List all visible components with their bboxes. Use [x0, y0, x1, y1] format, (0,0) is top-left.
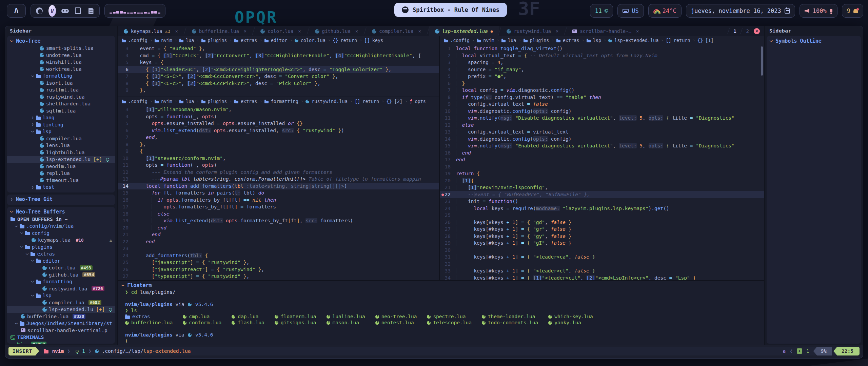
code-line[interactable]: ●22 --event = { "BufReadPre", "BufNewFil… — [440, 191, 764, 198]
tab-compiler.lua[interactable]: compiler.lua× — [366, 26, 427, 36]
breadcrumb-item[interactable]: .config — [128, 38, 147, 43]
tree-item-worktree.lua[interactable]: worktree.lua — [7, 66, 115, 73]
code-line[interactable]: 13 ---@param tbl table<string, conform.F… — [118, 176, 439, 183]
breadcrumb-item[interactable]: formatting — [271, 99, 298, 104]
code-line[interactable]: 21 end — [118, 231, 439, 238]
code-line[interactable]: 23 init = function() — [440, 198, 764, 205]
tree-item-lens.lua[interactable]: lens.lua — [7, 142, 115, 149]
code-line[interactable]: 12 else — [440, 122, 764, 129]
firefox-icon[interactable] — [36, 7, 43, 15]
tree-item-isort.lua[interactable]: isort.lua — [7, 80, 115, 87]
tree-item-rustywind.lua[interactable]: rustywind.lua — [7, 94, 115, 101]
tree-item-formatting[interactable]: ❯formatting — [7, 73, 115, 80]
code-line[interactable]: 24 add_formatters(tbl: { — [118, 252, 439, 259]
code-line[interactable]: 7 local config = vim.diagnostic.config() — [440, 87, 764, 94]
breadcrumb-item[interactable]: plugins — [208, 38, 227, 43]
tree-item-OPEN BUFFERS in ~[interactable]: OPEN BUFFERS in ~ — [7, 216, 115, 223]
tab-bufferline.lua[interactable]: bufferline.lua× — [186, 26, 253, 36]
listing-item-telescope.lua[interactable]: telescope.lua — [427, 320, 472, 326]
code-line[interactable]: 19 vim.list_extend(dst: opts.formatters_… — [118, 217, 439, 224]
listing-item-which-key.lua[interactable]: which-key.lua — [548, 313, 593, 320]
code-line[interactable]: 33 keys[#keys + 1] = { "<leader>cl", fal… — [440, 267, 764, 274]
breadcrumb-item[interactable]: lua — [186, 38, 194, 43]
code-line[interactable]: 27 keys[#keys + 1] = { "gr", false } — [440, 226, 764, 233]
breadcrumb-item[interactable]: opts — [415, 99, 426, 104]
code-line[interactable]: 20 end — [118, 224, 439, 231]
listing-item-gitsigns.lua[interactable]: gitsigns.lua — [275, 320, 316, 326]
code-line[interactable]: 19return { — [440, 170, 764, 177]
breadcrumb-item[interactable]: lsp — [593, 38, 601, 43]
tree-item-undotree.lua[interactable]: undotree.lua — [7, 52, 115, 59]
breadcrumb-item[interactable]: lua — [508, 38, 516, 43]
code-line[interactable]: 7 { [1]"<S-C>", [2]"<cmd>CccConvert<cr>"… — [118, 73, 439, 80]
code-line[interactable]: 1local function toggle_diag_virtext() — [440, 45, 764, 52]
breadcrumb-item[interactable]: rustywind.lua — [312, 99, 348, 104]
tab-lsp-extended.lua[interactable]: lsp-extended.lua● — [429, 26, 499, 36]
tree-item-.config/nvim/lua[interactable]: ❯.config/nvim/lua — [7, 223, 115, 230]
tree-item-lsp-extended.lu[interactable]: lsp-extended.lu[+] — [7, 306, 115, 313]
breadcrumb-item[interactable]: color.lua — [301, 38, 326, 43]
tab-close-icon[interactable]: × — [418, 28, 421, 34]
tab-close-icon[interactable]: × — [556, 28, 558, 34]
listing-item-floaterm.lua[interactable]: floaterm.lua — [275, 313, 316, 320]
code-line[interactable]: 18 — [440, 163, 764, 170]
breadcrumb-item[interactable]: [2] — [394, 99, 402, 104]
neotree-section-header[interactable]: ❯Neo-Tree — [7, 37, 115, 45]
breadcrumb-item[interactable]: .config — [128, 99, 147, 104]
code-line[interactable]: 25 — [440, 212, 764, 219]
code-line[interactable]: 7 end, — [118, 134, 439, 141]
tabpage-2[interactable]: 2 — [746, 28, 749, 34]
code-line[interactable]: 9 config.virtual_text = false — [440, 101, 764, 108]
code-line[interactable]: 18 else — [118, 210, 439, 218]
code-line[interactable]: 20 [1]{ — [440, 177, 764, 184]
code-line[interactable]: 27 ["typescript"] = { "rustywind" }, — [118, 273, 439, 280]
tree-item-lightbulb.lua[interactable]: lightbulb.lua — [7, 149, 115, 156]
tab-close-icon[interactable]: × — [636, 28, 639, 34]
listing-item-lualine.lua[interactable]: lualine.lua — [327, 313, 365, 320]
listing-item-conform.lua[interactable]: conform.lua — [183, 320, 221, 326]
tab-color.lua[interactable]: color.lua× — [254, 26, 307, 36]
listing-item-neotest.lua[interactable]: neotest.lua — [375, 320, 417, 326]
breadcrumb-item[interactable]: plugins — [530, 38, 549, 43]
tree-item-lsp-extended.lu[interactable]: lsp-extended.lu[+] — [7, 156, 115, 163]
tab-close-icon[interactable]: × — [355, 28, 358, 34]
gamepad-icon[interactable] — [61, 7, 69, 15]
code-line[interactable]: 5 opts.ensure_installed = opts.ensure_in… — [118, 120, 439, 127]
code-line[interactable]: 32 — [440, 261, 764, 268]
tree-item-config[interactable]: ❯config — [7, 230, 115, 237]
symbols-outline-header[interactable]: ❯Symbols Outline — [767, 37, 861, 45]
windows-icon[interactable] — [74, 7, 82, 15]
tree-item-editor[interactable]: ❯editor — [7, 258, 115, 265]
tree-item-Juegos/Indies/SteamLibrary/st[interactable]: ❯Juegos/Indies/SteamLibrary/st — [7, 320, 115, 327]
updates-widget[interactable]: 11© — [590, 4, 613, 18]
tree-item-lsp[interactable]: ❯lsp — [7, 292, 115, 299]
breadcrumb-item[interactable]: extras — [241, 38, 257, 43]
code-line[interactable]: 6 } — [440, 80, 764, 87]
code-line[interactable]: 12 --- Extend the conform plugin config … — [118, 169, 439, 176]
code-line[interactable]: 26 keys[#keys + 1] = { "gd", false } — [440, 219, 764, 226]
breadcrumb-item[interactable]: return — [340, 38, 357, 43]
breadcrumb-item[interactable]: nvim — [161, 99, 172, 104]
tree-item-neodim.lua[interactable]: neodim.lua — [7, 163, 115, 170]
tree-item-shellharden.lua[interactable]: shellharden.lua — [7, 100, 115, 107]
tree-item-plugins[interactable]: ❯plugins — [7, 244, 115, 251]
breadcrumb-item[interactable]: nvim — [161, 38, 172, 43]
code-line[interactable]: 16 end — [440, 149, 764, 157]
breadcrumb-item[interactable]: plugins — [208, 99, 227, 104]
tab-close-icon[interactable]: × — [298, 28, 301, 34]
tabpage-1[interactable]: 1 — [733, 28, 736, 34]
tree-item-winshift.lua[interactable]: winshift.lua — [7, 59, 115, 66]
code-line[interactable]: 5 prefix = "●", — [440, 73, 764, 80]
code-line[interactable]: 30 — [440, 247, 764, 254]
code-line[interactable]: 15 vim.notify(msg: "Enabled diagnostics … — [440, 142, 764, 149]
tree-item-extras[interactable]: ❯extras — [7, 250, 115, 258]
tree-item-smart-splits.lua[interactable]: smart-splits.lua — [7, 45, 115, 52]
tab-keymaps.lua[interactable]: keymaps.lua⚠3× — [118, 26, 184, 36]
tree-item-timeout.lua[interactable]: timeout.lua — [7, 177, 115, 184]
date-widget[interactable]: jueves, noviembre 16, 2023 — [686, 4, 795, 18]
code-line[interactable]: 8 }, — [118, 141, 439, 148]
tree-item-keymaps.lua[interactable]: keymaps.lua#10⚠ — [7, 237, 115, 244]
tree-item-test[interactable]: ❯test — [7, 184, 115, 191]
code-line[interactable]: 6 vim.list_extend(dst: opts.ensure_insta… — [118, 127, 439, 134]
code-line[interactable]: 14 vim.diagnostic.config(opts: config) — [440, 136, 764, 143]
